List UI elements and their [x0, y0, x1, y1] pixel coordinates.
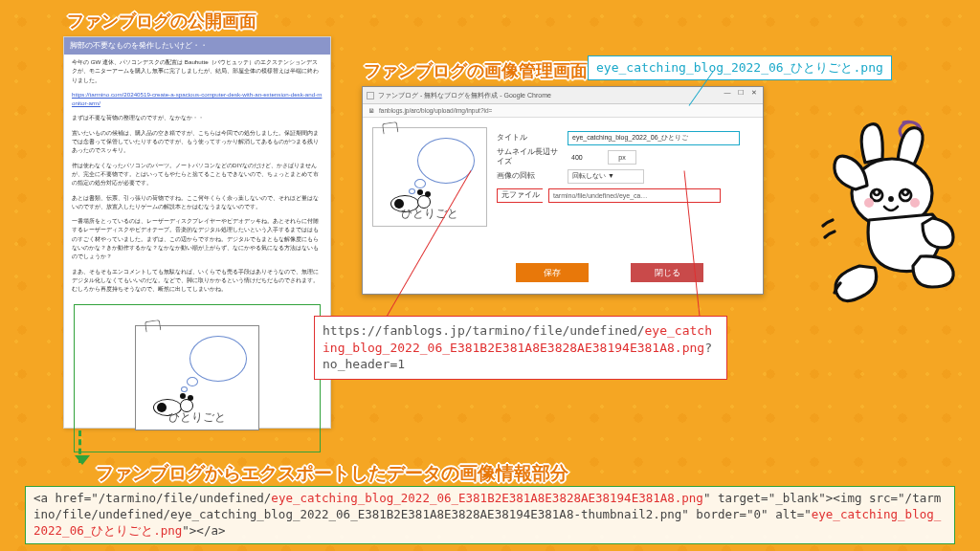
blog-paragraph: 今年の GW 連休、パソコンデスクの配置は Bauhutte（バウヒュッテ）のエ… — [64, 55, 330, 87]
save-button[interactable]: 保存 — [516, 263, 589, 282]
window-title: ファンブログ - 無料なブログを無料作成 - Google Chrome — [378, 91, 551, 100]
heading-export: ファンブログからエクスポートしたデータの画像情報部分 — [96, 461, 568, 486]
input-thumbsize[interactable]: 400 — [568, 150, 602, 165]
dashed-arrow-icon — [78, 430, 81, 463]
blog-paragraph: まあ、そもそもエンコメントしても無駄なれば、いくらでも売る手段はありそうなので、… — [64, 264, 330, 297]
unit-px: px — [608, 150, 636, 165]
admin-row-file: 元ファイル tarmino/file/undefined/eye_ca… — [497, 187, 753, 204]
export-red1: eye_catching_blog_2022_06_E381B2E381A8E3… — [271, 491, 703, 505]
export-text: <a href="/tarmino/file/undefined/ — [33, 491, 271, 505]
dizzy-bunny-illustration — [798, 105, 961, 316]
url-prefix: https://fanblogs.jp/tarmino/file/undefin… — [323, 323, 645, 338]
maximize-icon[interactable]: ☐ — [736, 89, 746, 97]
input-title[interactable]: eye_catching_blog_2022_06_ひとりご — [568, 131, 740, 145]
export-code-box: <a href="/tarmino/file/undefined/eye_cat… — [25, 486, 955, 544]
label-file: 元ファイル — [497, 188, 543, 203]
thought-bubble-icon — [189, 336, 247, 382]
admin-row-title: タイトル eye_catching_blog_2022_06_ひとりご — [497, 129, 753, 146]
heading-public: ファンブログの公開画面 — [67, 10, 256, 33]
url-callout: https://fanblogs.jp/tarmino/file/undefin… — [314, 316, 727, 380]
svg-point-2 — [889, 197, 892, 200]
blog-paragraph: 一番場所をとっているのは、レーザーディスクプレイヤーやビデオデッキね。あとそれら… — [64, 213, 330, 263]
svg-point-3 — [864, 198, 874, 208]
admin-row-thumb: サムネイル長辺サイズ 400 px — [497, 148, 753, 165]
svg-point-4 — [910, 198, 920, 208]
blog-paragraph: 作は使わなくなったパソコンのパーツ。ノートパソコンなどのDIYなのだけど、かさば… — [64, 158, 330, 190]
image-caption: ひとりごと — [136, 409, 258, 426]
window-titlebar: ファンブログ - 無料なブログを無料作成 - Google Chrome — ☐… — [363, 87, 763, 104]
blog-paragraph: あとは書類、伝票、引っ張りの荷物ですね。ここ何年くらく余っ葉しないので、それほど… — [64, 190, 330, 214]
window-icon — [367, 92, 374, 99]
label-rotation: 画像の回転 — [497, 171, 562, 181]
callout-png-filename: eye_catching_blog_2022_06_ひとりごと.png — [588, 55, 892, 80]
admin-window: ファンブログ - 無料なブログを無料作成 - Google Chrome — ☐… — [362, 86, 764, 295]
label-thumbsize: サムネイル長辺サイズ — [497, 147, 562, 166]
heading-admin: ファンブログの画像管理画面 — [364, 59, 588, 82]
blog-paragraph: 置いたいものの候補は、購入品の空き箱ですが、こちらは今回での処分しました。保証期… — [64, 125, 330, 158]
admin-thumbnail: ひとりごと — [372, 127, 487, 227]
minimize-icon[interactable]: — — [723, 89, 732, 97]
blog-image: ひとりごと — [135, 325, 259, 430]
address-text: fanblogs.jp/arc/blog/upload/img/input?id… — [379, 107, 492, 114]
value-file: tarmino/file/undefined/eye_ca… — [548, 188, 721, 203]
doc-icon: 🗎 — [368, 107, 375, 114]
close-button[interactable]: 閉じる — [631, 263, 703, 282]
blog-paragraph: まずは不要な荷物の整理なのですが、なかなか・・ — [64, 110, 330, 124]
label-title: タイトル — [497, 133, 562, 143]
blog-image-container[interactable]: ひとりごと — [74, 304, 321, 452]
close-icon[interactable]: ✕ — [749, 89, 759, 97]
export-text: "></a> — [182, 523, 225, 538]
blog-public-panel: 脚部の不要なものを発作したいけど・・ 今年の GW 連休、パソコンデスクの配置は… — [63, 36, 331, 429]
admin-row-rotation: 画像の回転 回転しない ▼ — [497, 167, 753, 185]
select-rotation[interactable]: 回転しない ▼ — [568, 169, 644, 184]
address-bar[interactable]: 🗎 fanblogs.jp/arc/blog/upload/img/input?… — [363, 104, 763, 118]
image-caption: ひとりごと — [373, 206, 486, 222]
blog-post-title: 脚部の不要なものを発作したいけど・・ — [64, 37, 330, 55]
blog-link[interactable]: https://tarmino.com/20240519-create-a-sp… — [72, 91, 322, 106]
